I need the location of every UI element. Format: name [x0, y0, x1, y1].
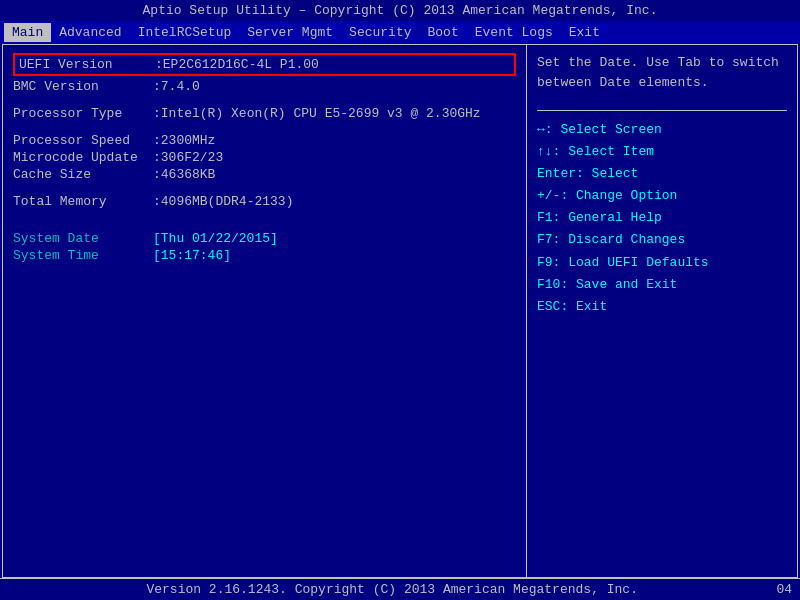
- menu-bar[interactable]: MainAdvancedIntelRCSetupServer MgmtSecur…: [0, 21, 800, 44]
- bmc-label: BMC Version: [13, 79, 153, 94]
- processor-type-value: Intel(R) Xeon(R) CPU E5-2699 v3 @ 2.30GH…: [161, 106, 481, 121]
- key-help-item: ↔: Select Screen: [537, 119, 787, 141]
- menu-item-server-mgmt[interactable]: Server Mgmt: [239, 23, 341, 42]
- gap1: [13, 95, 516, 105]
- key-help-item: F7: Discard Changes: [537, 229, 787, 251]
- menu-item-advanced[interactable]: Advanced: [51, 23, 129, 42]
- divider: [537, 110, 787, 111]
- system-date-label: System Date: [13, 231, 153, 246]
- uefi-value: EP2C612D16C-4L P1.00: [163, 57, 319, 72]
- key-help-item: ↑↓: Select Item: [537, 141, 787, 163]
- cache-value: 46368KB: [161, 167, 216, 182]
- system-date-row[interactable]: System Date [Thu 01/22/2015]: [13, 230, 516, 247]
- uefi-version-row: UEFI Version : EP2C612D16C-4L P1.00: [13, 53, 516, 76]
- total-memory-sep: :: [153, 194, 161, 209]
- menu-item-main[interactable]: Main: [4, 23, 51, 42]
- processor-type-sep: :: [153, 106, 161, 121]
- processor-speed-row: Processor Speed : 2300MHz: [13, 132, 516, 149]
- system-time-label: System Time: [13, 248, 153, 263]
- menu-item-event-logs[interactable]: Event Logs: [467, 23, 561, 42]
- bmc-sep: :: [153, 79, 161, 94]
- footer-page-number: 04: [776, 582, 792, 597]
- uefi-sep: :: [155, 57, 163, 72]
- uefi-label: UEFI Version: [19, 57, 155, 72]
- microcode-label: Microcode Update: [13, 150, 153, 165]
- processor-type-label: Processor Type: [13, 106, 153, 121]
- key-help-item: Enter: Select: [537, 163, 787, 185]
- cache-sep: :: [153, 167, 161, 182]
- processor-speed-value: 2300MHz: [161, 133, 216, 148]
- processor-speed-sep: :: [153, 133, 161, 148]
- total-memory-label: Total Memory: [13, 194, 153, 209]
- gap5: [13, 220, 516, 230]
- left-panel: UEFI Version : EP2C612D16C-4L P1.00 BMC …: [3, 45, 527, 577]
- gap2: [13, 122, 516, 132]
- key-help-item: F10: Save and Exit: [537, 274, 787, 296]
- cache-label: Cache Size: [13, 167, 153, 182]
- title-bar: Aptio Setup Utility – Copyright (C) 2013…: [0, 0, 800, 21]
- bios-setup-utility: Aptio Setup Utility – Copyright (C) 2013…: [0, 0, 800, 600]
- system-time-value[interactable]: [15:17:46]: [153, 248, 231, 263]
- menu-item-intelrcsetup[interactable]: IntelRCSetup: [130, 23, 240, 42]
- system-date-value[interactable]: [Thu 01/22/2015]: [153, 231, 278, 246]
- right-panel: Set the Date. Use Tab to switch between …: [527, 45, 797, 577]
- footer: Version 2.16.1243. Copyright (C) 2013 Am…: [0, 578, 800, 600]
- microcode-value: 306F2/23: [161, 150, 223, 165]
- help-text: Set the Date. Use Tab to switch between …: [537, 53, 787, 92]
- processor-speed-label: Processor Speed: [13, 133, 153, 148]
- system-time-row[interactable]: System Time [15:17:46]: [13, 247, 516, 264]
- processor-type-row: Processor Type : Intel(R) Xeon(R) CPU E5…: [13, 105, 516, 122]
- footer-text: Version 2.16.1243. Copyright (C) 2013 Am…: [8, 582, 776, 597]
- key-help-item: F1: General Help: [537, 207, 787, 229]
- title-text: Aptio Setup Utility – Copyright (C) 2013…: [143, 3, 658, 18]
- menu-item-security[interactable]: Security: [341, 23, 419, 42]
- key-help-item: +/-: Change Option: [537, 185, 787, 207]
- microcode-sep: :: [153, 150, 161, 165]
- microcode-row: Microcode Update : 306F2/23: [13, 149, 516, 166]
- cache-size-row: Cache Size : 46368KB: [13, 166, 516, 183]
- main-content: UEFI Version : EP2C612D16C-4L P1.00 BMC …: [2, 44, 798, 578]
- bmc-version-row: BMC Version : 7.4.0: [13, 78, 516, 95]
- gap4: [13, 210, 516, 220]
- gap3: [13, 183, 516, 193]
- key-help-item: F9: Load UEFI Defaults: [537, 252, 787, 274]
- total-memory-value: 4096MB(DDR4-2133): [161, 194, 294, 209]
- bmc-value: 7.4.0: [161, 79, 200, 94]
- key-help: ↔: Select Screen↑↓: Select ItemEnter: Se…: [537, 119, 787, 318]
- key-help-item: ESC: Exit: [537, 296, 787, 318]
- menu-item-exit[interactable]: Exit: [561, 23, 608, 42]
- total-memory-row: Total Memory : 4096MB(DDR4-2133): [13, 193, 516, 210]
- menu-item-boot[interactable]: Boot: [420, 23, 467, 42]
